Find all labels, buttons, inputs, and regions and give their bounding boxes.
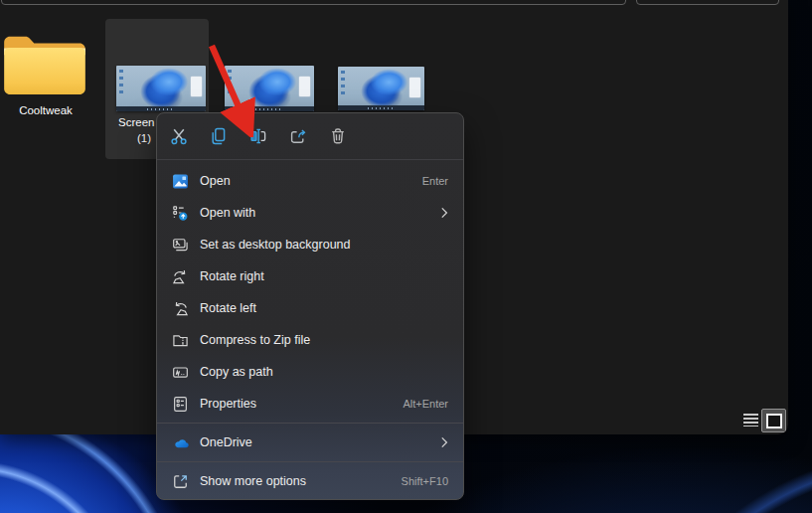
menu-item-label: Open <box>200 174 231 188</box>
menu-item-rotate-left[interactable]: Rotate left <box>157 292 463 324</box>
chevron-right-icon <box>440 436 448 448</box>
mini-taskbar <box>116 106 206 111</box>
menu-item-shortcut: Alt+Enter <box>403 398 448 410</box>
copy-path-icon <box>171 363 189 381</box>
wallpaper-bloom-graphic <box>246 68 296 107</box>
menu-item-label: Properties <box>200 397 256 411</box>
thumbnail-view-icon[interactable] <box>761 409 786 432</box>
thumbnail-view-glyph <box>766 414 782 428</box>
menu-item-onedrive[interactable]: OneDrive <box>157 427 463 458</box>
share-icon[interactable] <box>282 119 314 153</box>
rotate-right-icon <box>171 267 189 285</box>
delete-icon[interactable] <box>322 119 354 153</box>
copy-icon[interactable] <box>203 119 235 153</box>
menu-item-copy-as-path[interactable]: Copy as path <box>157 356 463 388</box>
rotate-left-icon <box>171 299 189 317</box>
zip-icon <box>171 331 189 349</box>
photo-icon <box>171 172 189 190</box>
menu-item-label: Open with <box>200 206 255 220</box>
folder-icon <box>2 29 87 98</box>
menu-item-label: Rotate left <box>200 301 256 315</box>
menu-item-rotate-right[interactable]: Rotate right <box>157 260 463 292</box>
menu-item-label: Compress to Zip file <box>200 333 310 347</box>
menu-item-open-with[interactable]: Open with <box>157 197 463 229</box>
mini-context-panel <box>299 77 310 96</box>
menu-item-shortcut: Shift+F10 <box>402 475 448 487</box>
mini-desktop-icons <box>228 70 232 97</box>
mini-desktop-icons <box>119 70 123 97</box>
mini-desktop-icons <box>341 71 345 98</box>
screenshot-thumbnail-3[interactable] <box>338 67 424 110</box>
menu-separator <box>157 423 463 424</box>
properties-icon <box>171 395 189 413</box>
context-menu-items: OpenEnterOpen withSet as desktop backgro… <box>157 160 463 497</box>
mini-context-panel <box>409 78 420 97</box>
context-menu: OpenEnterOpen withSet as desktop backgro… <box>156 112 464 500</box>
menu-item-show-more-options[interactable]: Show more optionsShift+F10 <box>157 465 463 497</box>
screenshot-thumbnail-2[interactable] <box>225 66 314 111</box>
menu-item-label: Copy as path <box>200 365 273 379</box>
mini-taskbar <box>225 106 314 111</box>
context-menu-toolbar <box>157 113 463 160</box>
folder-item-cooltweak[interactable]: Cooltweak <box>2 29 89 116</box>
onedrive-icon <box>171 433 189 451</box>
menu-item-label: Show more options <box>200 474 306 488</box>
rename-icon[interactable] <box>243 119 274 153</box>
menu-item-label: Set as desktop background <box>200 238 351 252</box>
mini-context-panel <box>191 77 202 96</box>
screenshot-thumbnail-1[interactable] <box>116 66 206 111</box>
desktop-background-icon <box>171 236 189 254</box>
menu-item-label: OneDrive <box>200 435 252 449</box>
wallpaper-bloom-graphic <box>359 69 407 107</box>
mini-taskbar <box>338 105 424 110</box>
list-view-icon[interactable] <box>743 414 758 427</box>
chevron-right-icon <box>440 207 448 219</box>
menu-separator <box>157 461 463 462</box>
address-bar[interactable] <box>1 0 626 5</box>
menu-item-set-as-desktop-background[interactable]: Set as desktop background <box>157 229 463 260</box>
open-with-icon <box>171 204 189 222</box>
menu-item-label: Rotate right <box>200 269 264 283</box>
menu-item-compress-to-zip-file[interactable]: Compress to Zip file <box>157 324 463 356</box>
folder-label: Cooltweak <box>2 104 89 116</box>
cut-icon[interactable] <box>163 119 195 153</box>
menu-item-open[interactable]: OpenEnter <box>157 165 463 197</box>
wallpaper-bloom-graphic <box>138 68 188 107</box>
menu-item-properties[interactable]: PropertiesAlt+Enter <box>157 388 463 420</box>
more-options-icon <box>171 472 189 490</box>
search-input[interactable] <box>636 0 779 5</box>
menu-item-shortcut: Enter <box>422 175 448 187</box>
